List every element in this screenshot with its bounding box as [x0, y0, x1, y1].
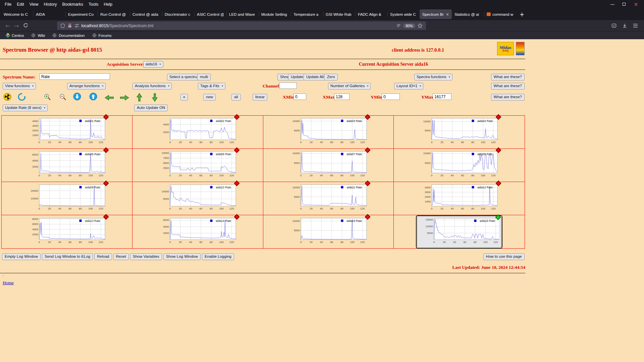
footer-show-log-window[interactable]: Show Log Window [163, 253, 201, 260]
menu-help[interactable]: Help [101, 1, 115, 7]
bookmark-wiki[interactable]: Wiki [29, 33, 48, 38]
pocket-icon[interactable] [611, 23, 616, 28]
ymax-input[interactable] [433, 94, 451, 100]
tab-aida[interactable]: AIDA [33, 9, 65, 19]
footer-show-variables[interactable]: Show Variables [130, 253, 162, 260]
zoom-out-icon[interactable] [58, 93, 67, 101]
minimize-icon[interactable]: — [610, 2, 614, 7]
update-all-button[interactable]: Update All [304, 74, 326, 80]
tab-welcome-to-c[interactable]: Welcome to C [1, 9, 33, 19]
lock-crossed-icon[interactable] [67, 23, 72, 28]
spectrum-chart-aida08[interactable]: 500010000020406080100120aida08 Rate [417, 149, 501, 181]
auto-update-button[interactable]: Auto Update ON [134, 105, 168, 111]
url-bar[interactable]: localhost:8015/Spectrum/Spectrum.tml 80% [57, 21, 426, 30]
spectrum-name-input[interactable] [40, 73, 110, 80]
arrow-down-icon[interactable] [152, 93, 158, 102]
reader-mode-icon[interactable] [396, 23, 401, 28]
tab-module-setting[interactable]: Module Setting [259, 9, 291, 19]
arrow-left-icon[interactable] [105, 95, 114, 101]
tab-temperature-a[interactable]: Temperature a [291, 9, 323, 19]
footer-reload[interactable]: Reload [94, 253, 112, 260]
permissions-icon[interactable] [74, 23, 79, 28]
spectrum-chart-aida14[interactable]: 200040006000020406080100120aida14 Rate [155, 216, 240, 248]
reload-icon[interactable] [21, 22, 30, 29]
spectrum-chart-aida01[interactable]: 1000200030004000020406080100120aida01 Ra… [24, 116, 109, 148]
footer-empty-log-window[interactable]: Empty Log Window [2, 253, 41, 260]
tab-fadc-align[interactable]: FADC Align & [355, 9, 387, 19]
tab-gsi-white-rab[interactable]: GSI White Rab [323, 9, 355, 19]
menu-file[interactable]: File [2, 1, 14, 7]
bookmark-centos[interactable]: Centos [3, 33, 26, 38]
new-tab-button[interactable]: + [516, 11, 528, 18]
spectra-functions-dropdown[interactable]: Spectra functions▾ [414, 74, 452, 80]
tab-experiment-co[interactable]: Experiment Co [65, 9, 98, 19]
hamburger-menu-icon[interactable] [633, 23, 638, 28]
spectrum-chart-aida07[interactable]: 500010000020406080100120aida07 Rate [286, 149, 371, 181]
tab-run-control[interactable]: Run Control @ [98, 9, 130, 19]
arrange-functions-dropdown[interactable]: Arrange functions▾ [67, 83, 106, 89]
acquisition-server-dropdown[interactable]: aida16▾ [143, 61, 163, 68]
arrow-up-icon[interactable] [136, 93, 143, 102]
footer-enable-logging[interactable]: Enable Logging [202, 253, 234, 260]
bookmark-star-icon[interactable] [418, 23, 423, 28]
spectrum-chart-aida04[interactable]: 500010000020406080100120aida04 Rate [417, 116, 501, 148]
zoom-level-badge[interactable]: 80% [403, 23, 415, 28]
tab-system-wide-c[interactable]: System wide C [387, 9, 420, 19]
menu-view[interactable]: View [27, 1, 41, 7]
scroll-up-icon[interactable] [89, 93, 97, 101]
zoom-in-icon[interactable] [43, 93, 52, 101]
layout-id-dropdown[interactable]: Layout ID=1▾ [394, 83, 423, 89]
channel-input[interactable] [279, 82, 297, 89]
spectrum-chart-aida03[interactable]: 500010000020406080100120aida03 Rate [286, 116, 371, 148]
view-functions-dropdown[interactable]: View functions▾ [3, 83, 36, 89]
tab-led-and-wave[interactable]: LED and Wave [226, 9, 259, 19]
home-link[interactable]: Home [3, 280, 14, 286]
tab-spectrum-br[interactable]: Spectrum Br× [420, 9, 452, 19]
footer-send-log-window-to-elog[interactable]: Send Log Window to ELog [42, 253, 93, 260]
all-button[interactable]: all [231, 94, 241, 101]
spectrum-chart-aida09[interactable]: 1000020000020406080100120aida09 Rate [24, 183, 109, 214]
tab-asic-control[interactable]: ASIC Control @ [194, 9, 226, 19]
zero-button[interactable]: Zero [324, 74, 338, 80]
tab-control-aida[interactable]: Control @ aida [130, 9, 162, 19]
xmin-input[interactable] [293, 94, 306, 100]
downloads-icon[interactable] [622, 23, 627, 28]
what-are-these-button-2[interactable]: What are these? [491, 83, 525, 89]
tab-command-w[interactable]: command w [484, 9, 516, 19]
radiation-icon[interactable] [3, 93, 11, 101]
menu-history[interactable]: History [41, 1, 60, 7]
analysis-functions-dropdown[interactable]: Analysis functions▾ [132, 83, 172, 89]
what-are-these-button-3[interactable]: What are these? [491, 94, 525, 101]
how-to-use-button[interactable]: How to use this page [483, 253, 525, 260]
tags-fits-dropdown[interactable]: Tags & Fits▾ [198, 83, 225, 89]
shield-icon[interactable] [60, 23, 65, 28]
spectrum-chart-aida11[interactable]: 500010000020406080100120aida11 Rate [286, 183, 371, 214]
tab-close-icon[interactable]: × [446, 12, 449, 17]
spectrum-chart-aida05[interactable]: 200040006000020406080100120aida05 Rate [24, 149, 109, 181]
footer-reset[interactable]: Reset [113, 253, 129, 260]
new-button[interactable]: new [203, 94, 216, 101]
menu-tools[interactable]: Tools [86, 1, 101, 7]
tab-discriminator-c[interactable]: Discriminator c [162, 9, 194, 19]
tab-statistics-ai[interactable]: Statistics @ ai [452, 9, 484, 19]
spectrum-chart-aida12[interactable]: 1000200030004000020406080100120aida12 Ra… [417, 183, 501, 214]
x-button[interactable]: x [180, 94, 188, 101]
spectrum-chart-aida02[interactable]: 20004000020406080100120aida02 Rate [155, 116, 240, 148]
scroll-down-icon[interactable] [73, 93, 81, 101]
menu-bookmarks[interactable]: Bookmarks [59, 1, 86, 7]
maximize-icon[interactable] [623, 3, 626, 6]
spectrum-chart-aida15[interactable]: 500010000020406080100120aida15 Rate [286, 216, 371, 248]
xmax-input[interactable] [334, 94, 350, 100]
spectrum-chart-aida13[interactable]: 2000400060008000020406080100120aida13 Ra… [24, 216, 109, 248]
bookmark-documentation[interactable]: Documentation [50, 33, 87, 38]
close-icon[interactable]: × [634, 1, 638, 7]
what-are-these-button-1[interactable]: What are these? [491, 74, 525, 80]
ymin-input[interactable] [382, 94, 400, 100]
bookmark-forums[interactable]: Forums [90, 33, 114, 38]
back-icon[interactable]: ← [3, 22, 12, 29]
update-rate-dropdown[interactable]: Update Rate (8 secs)▾ [3, 105, 48, 111]
spectrum-chart-aida06[interactable]: 25005000750010000020406080100120aida06 R… [155, 149, 240, 181]
spectrum-chart-aida10[interactable]: 500010000020406080100120aida10 Rate [155, 183, 240, 214]
spectrum-chart-aida16[interactable]: 50001000015000020406080100120aida16 Rate [417, 216, 501, 248]
menu-edit[interactable]: Edit [14, 1, 27, 7]
